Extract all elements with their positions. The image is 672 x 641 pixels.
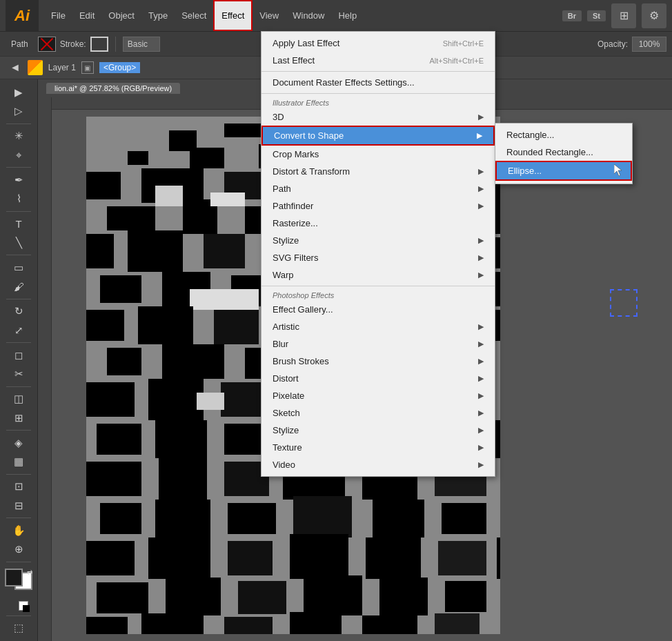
blend-tool[interactable]: ◈ bbox=[8, 434, 30, 451]
path-item[interactable]: Path ▶ bbox=[261, 180, 495, 197]
menu-edit[interactable]: Edit bbox=[72, 0, 101, 31]
rounded-rectangle-submenu-item[interactable]: Rounded Rectangle... bbox=[495, 144, 632, 161]
menu-object[interactable]: Object bbox=[101, 0, 141, 31]
magic-wand-tool[interactable]: ✳ bbox=[8, 128, 30, 145]
3d-item[interactable]: 3D ▶ bbox=[261, 108, 495, 126]
opacity-input[interactable] bbox=[632, 37, 666, 52]
type-tool[interactable]: T bbox=[8, 215, 30, 233]
apply-last-shortcut: Shift+Ctrl+E bbox=[443, 39, 484, 48]
tool-sep-10 bbox=[6, 517, 31, 518]
warp-item[interactable]: Warp ▶ bbox=[261, 266, 495, 284]
svg-filters-item[interactable]: SVG Filters ▶ bbox=[261, 249, 495, 266]
paint-brush-tool[interactable]: 🖌 bbox=[8, 277, 30, 295]
curvature-tool[interactable]: ⌇ bbox=[8, 190, 30, 207]
select-tool[interactable]: ▶ bbox=[8, 83, 30, 101]
gradient-tool[interactable]: ◫ bbox=[8, 391, 30, 408]
menu-type[interactable]: Type bbox=[141, 0, 175, 31]
video-item[interactable]: Video ▶ bbox=[261, 456, 495, 473]
brush-arrow: ▶ bbox=[478, 357, 484, 366]
stroke-box[interactable] bbox=[90, 37, 108, 52]
svg-rect-68 bbox=[155, 420, 207, 458]
artboard-tool[interactable]: ⊡ bbox=[8, 478, 30, 495]
scale-tool[interactable]: ⤢ bbox=[8, 322, 30, 339]
fill-box[interactable] bbox=[38, 37, 56, 52]
eraser-tool[interactable]: ◻ bbox=[8, 346, 30, 364]
crop-marks-item[interactable]: Crop Marks bbox=[261, 146, 495, 163]
zoom-tool[interactable]: ⊕ bbox=[8, 541, 30, 558]
document-raster-item[interactable]: Document Raster Effects Settings... bbox=[261, 74, 495, 91]
none-indicator[interactable] bbox=[8, 594, 30, 611]
pen-tool[interactable]: ✒ bbox=[8, 171, 30, 188]
slice-tool[interactable]: ⊟ bbox=[8, 497, 30, 514]
svg-rect-20 bbox=[107, 206, 155, 230]
rotate-tool[interactable]: ↻ bbox=[8, 303, 30, 320]
svg-rect-8 bbox=[190, 148, 224, 168]
brush-strokes-item[interactable]: Brush Strokes ▶ bbox=[261, 353, 495, 370]
svg-rect-47 bbox=[214, 310, 259, 344]
pathfinder-item[interactable]: Pathfinder ▶ bbox=[261, 197, 495, 215]
artistic-item[interactable]: Artistic ▶ bbox=[261, 318, 495, 335]
apply-last-effect-item[interactable]: Apply Last Effect Shift+Ctrl+E bbox=[261, 34, 495, 52]
convert-arrow: ▶ bbox=[477, 131, 482, 140]
menu-window[interactable]: Window bbox=[286, 0, 331, 31]
svg-rect-67 bbox=[97, 424, 141, 455]
menu-select[interactable]: Select bbox=[175, 0, 213, 31]
svg-rect-7 bbox=[128, 151, 148, 165]
bridge-button[interactable]: Br bbox=[562, 10, 582, 21]
hand-tool[interactable]: ✋ bbox=[8, 522, 30, 539]
chart-tool[interactable]: ▦ bbox=[8, 453, 30, 470]
menu-help[interactable]: Help bbox=[331, 0, 364, 31]
rasterize-item[interactable]: Rasterize... bbox=[261, 215, 495, 232]
tool-sep-6 bbox=[6, 342, 31, 343]
stylize-item[interactable]: Stylize ▶ bbox=[261, 232, 495, 249]
svg-rect-65 bbox=[197, 393, 224, 410]
rectangle-submenu-item[interactable]: Rectangle... bbox=[495, 126, 632, 144]
distort-transform-item[interactable]: Distort & Transform ▶ bbox=[261, 163, 495, 180]
svg-rect-97 bbox=[379, 578, 428, 615]
texture-item[interactable]: Texture ▶ bbox=[261, 439, 495, 456]
doc-tab[interactable]: lion.ai* @ 257.82% (RGB/Preview) bbox=[46, 83, 180, 94]
stylize-ps-item[interactable]: Stylize ▶ bbox=[261, 422, 495, 439]
pathfinder-arrow: ▶ bbox=[478, 201, 484, 210]
mesh-tool[interactable]: ⊞ bbox=[8, 409, 30, 426]
ellipse-submenu-item[interactable]: Ellipse... bbox=[495, 161, 632, 181]
sketch-item[interactable]: Sketch ▶ bbox=[261, 404, 495, 422]
scissors-tool[interactable]: ✂ bbox=[8, 365, 30, 382]
svg-rect-83 bbox=[293, 496, 352, 538]
toolbar: ▶ ▷ ✳ ⌖ ✒ ⌇ T ╲ ▭ 🖌 ↻ ⤢ ◻ ✂ ◫ ⊞ ◈ ▦ ⊡ ⊟ … bbox=[0, 79, 38, 641]
stylize-arrow: ▶ bbox=[478, 236, 484, 245]
distort-arrow: ▶ bbox=[478, 167, 484, 176]
menu-file[interactable]: File bbox=[44, 0, 72, 31]
svg-rect-59 bbox=[148, 379, 204, 420]
stylize2-arrow: ▶ bbox=[478, 426, 484, 435]
distort-item[interactable]: Distort ▶ bbox=[261, 370, 495, 387]
lasso-tool[interactable]: ⌖ bbox=[8, 146, 30, 164]
line-tool[interactable]: ╲ bbox=[8, 234, 30, 251]
change-screen-mode[interactable]: ⬚ bbox=[8, 620, 30, 637]
arrange-button[interactable]: ⚙ bbox=[642, 3, 666, 28]
foreground-color[interactable] bbox=[5, 569, 23, 586]
menu-view[interactable]: View bbox=[253, 0, 286, 31]
back-button[interactable]: ◄ bbox=[8, 60, 22, 75]
svg-rect-94 bbox=[166, 578, 221, 615]
svg-rect-74 bbox=[86, 462, 141, 496]
stock-button[interactable]: St bbox=[587, 10, 606, 21]
direct-select-tool[interactable]: ▷ bbox=[8, 102, 30, 119]
svg-rect-85 bbox=[442, 503, 486, 534]
distort2-arrow: ▶ bbox=[478, 374, 484, 383]
svg-rect-92 bbox=[497, 538, 500, 579]
style-dropdown[interactable]: Basic bbox=[123, 37, 160, 52]
blur-item[interactable]: Blur ▶ bbox=[261, 335, 495, 353]
effect-gallery-item[interactable]: Effect Gallery... bbox=[261, 301, 495, 318]
convert-to-shape-submenu: Rectangle... Rounded Rectangle... Ellips… bbox=[495, 123, 633, 184]
rectangle-tool[interactable]: ▭ bbox=[8, 259, 30, 276]
svg-rect-104 bbox=[435, 613, 480, 634]
pixelate-item[interactable]: Pixelate ▶ bbox=[261, 387, 495, 404]
menu-effect[interactable]: Effect bbox=[213, 0, 253, 31]
convert-to-shape-item[interactable]: Convert to Shape ▶ bbox=[261, 126, 495, 146]
last-effect-item[interactable]: Last Effect Alt+Shift+Ctrl+E bbox=[261, 52, 495, 69]
workspace-button[interactable]: ⊞ bbox=[611, 3, 636, 28]
swap-colors-icon[interactable]: ⇄ bbox=[27, 569, 32, 576]
app-logo: Ai bbox=[6, 0, 39, 31]
vertical-ruler bbox=[38, 97, 52, 641]
